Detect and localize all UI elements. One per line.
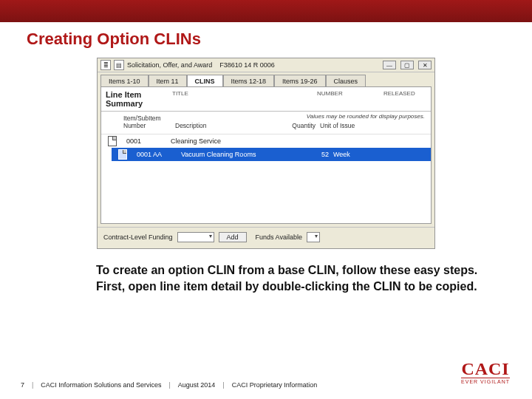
rounding-note: Values may be rounded for display purpos… [307, 113, 425, 120]
contract-level-label: Contract-Level Funding [103, 233, 173, 241]
tab-strip: Items 1-10 Item 11 CLINS Items 12-18 Ite… [98, 72, 434, 86]
bottom-bar: Contract-Level Funding Add Funds Availab… [98, 227, 434, 248]
pane-header: Line Item Summary TITLE NUMBER RELEASED [101, 87, 431, 112]
rows-area: 0001 Cleaning Service 0001 AA Vacuum Cle… [101, 134, 431, 223]
app-window: ≣ ▤ Solicitation, Offer, and Award F3861… [97, 58, 435, 249]
page-icon [116, 149, 129, 160]
page-number: 7 [21, 381, 24, 389]
funds-available-label: Funds Available [256, 233, 302, 241]
row-number: 0001 AA [129, 151, 181, 158]
col-title: TITLE [168, 87, 286, 111]
subcol-number-l1: Item/SubItem [123, 115, 175, 122]
col-number: NUMBER [313, 87, 379, 111]
funds-available-field[interactable] [307, 232, 320, 242]
tab-clins[interactable]: CLINS [187, 75, 223, 87]
doc-type-label: Solicitation, Offer, and Award [127, 61, 212, 69]
tab-item-11[interactable]: Item 11 [149, 75, 187, 87]
window-close-button[interactable]: ✕ [418, 61, 432, 69]
slide-top-banner [0, 0, 532, 22]
footer-classification: CACI Proprietary Information [232, 381, 318, 389]
tab-items-19-26[interactable]: Items 19-26 [274, 75, 326, 87]
table-row[interactable]: 0001 Cleaning Service [101, 134, 431, 148]
subcol-number-l2: Number [123, 122, 175, 129]
row-number: 0001 [119, 137, 171, 145]
tab-clauses[interactable]: Clauses [326, 75, 366, 87]
tab-items-1-10[interactable]: Items 1-10 [100, 75, 149, 87]
subcol-qty: Quantity [271, 122, 316, 129]
brand-tagline: EVER VIGILANT [461, 378, 510, 384]
brand-name: CACI [461, 359, 510, 379]
subcol-desc: Description [175, 122, 271, 129]
page-icon [106, 136, 119, 146]
row-desc: Cleaning Service [171, 137, 282, 145]
row-desc: Vacuum Cleaning Rooms [181, 151, 292, 158]
row-qty: 52 [292, 151, 329, 158]
doc-number: F38610 14 R 0006 [219, 61, 275, 69]
doc-icon[interactable]: ▤ [114, 60, 124, 70]
separator-icon: | [168, 381, 170, 389]
clins-pane: Line Item Summary TITLE NUMBER RELEASED … [100, 86, 432, 224]
table-row-selected[interactable]: 0001 AA Vacuum Cleaning Rooms 52 Week [112, 148, 431, 161]
footer-date: August 2014 [178, 381, 216, 389]
col-released: RELEASED [379, 87, 431, 111]
app-menubar: ≣ ▤ Solicitation, Offer, and Award F3861… [98, 58, 434, 72]
sub-header: Values may be rounded for display purpos… [101, 112, 431, 134]
slide-title: Creating Option CLINs [0, 22, 532, 58]
panel-title-line1: Line Item [106, 90, 163, 99]
panel-title: Line Item Summary [101, 87, 168, 111]
panel-title-line2: Summary [106, 99, 163, 108]
brand-logo: CACI EVER VIGILANT [461, 359, 510, 384]
slide-footer: 7 | CACI Information Solutions and Servi… [0, 381, 532, 389]
subcol-uoi: Unit of Issue [316, 122, 367, 129]
window-min-button[interactable]: — [383, 61, 396, 69]
contract-level-combo[interactable] [177, 232, 214, 242]
binder-icon[interactable]: ≣ [100, 60, 111, 70]
separator-icon: | [222, 381, 224, 389]
separator-icon: | [32, 381, 33, 389]
row-uoi: Week [329, 151, 373, 158]
add-button[interactable]: Add [219, 232, 247, 242]
footer-org: CACI Information Solutions and Services [41, 381, 161, 389]
slide-body-text: To create an option CLIN from a base CLI… [0, 249, 532, 294]
subcol-number: Item/SubItem Number [123, 115, 175, 129]
tab-items-12-18[interactable]: Items 12-18 [223, 75, 275, 87]
window-max-button[interactable]: ▢ [400, 61, 414, 69]
